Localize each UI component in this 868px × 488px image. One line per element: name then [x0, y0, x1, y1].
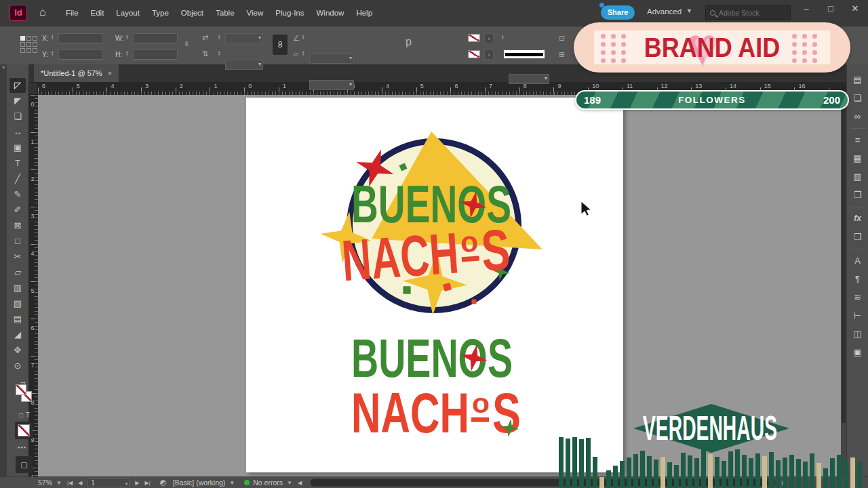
gap-tool[interactable]: ↔	[9, 125, 26, 140]
page-tool[interactable]: ❏	[9, 109, 26, 124]
stroke-weight-stepper[interactable]	[502, 34, 507, 39]
shear-stepper[interactable]	[302, 50, 308, 56]
menu-view[interactable]: View	[241, 9, 270, 17]
character-styles-panel-icon[interactable]: A	[849, 253, 867, 268]
pathfinder-panel-icon[interactable]: ◫	[849, 327, 867, 341]
stroke-weight-combo[interactable]	[509, 74, 549, 84]
gradient-feather-tool[interactable]: ▨	[9, 296, 26, 311]
workspace-switcher[interactable]: Advanced	[647, 7, 682, 16]
link-scale-toggle[interactable]: 8	[273, 35, 288, 55]
search-input[interactable]	[719, 9, 787, 17]
cc-libraries-panel-icon[interactable]: ▣	[849, 345, 867, 359]
scale-y-stepper[interactable]	[218, 50, 224, 56]
note-tool[interactable]: ▤	[9, 312, 26, 327]
rotation-stepper[interactable]	[302, 34, 308, 39]
next-page-button[interactable]: ▶	[135, 480, 139, 486]
type-tool[interactable]: T	[9, 156, 26, 171]
line-tool[interactable]: ╱	[9, 171, 26, 186]
expand-panel-icon[interactable]: »	[2, 64, 5, 70]
free-transform-tool[interactable]: ▱	[9, 265, 26, 280]
menu-window[interactable]: Window	[310, 9, 350, 17]
indesign-app-icon[interactable]: Id	[9, 5, 27, 21]
menu-layout[interactable]: Layout	[110, 9, 146, 17]
scale-x-stepper[interactable]	[218, 34, 224, 39]
selection-tool[interactable]: ◸	[9, 78, 26, 93]
last-page-button[interactable]: ▶|	[144, 480, 150, 486]
object-styles-panel-icon[interactable]: ❒	[849, 230, 867, 244]
menu-help[interactable]: Help	[350, 9, 378, 17]
document-tab[interactable]: *Untitled-1 @ 57% ×	[34, 64, 119, 82]
constrain-proportions-icon[interactable]: ∞	[183, 41, 191, 47]
corner-shape-icon[interactable]: ⊞	[559, 50, 565, 59]
stroke-color-swatch[interactable]	[468, 34, 480, 42]
zoom-chevron-icon[interactable]: ▼	[56, 480, 62, 486]
reference-point-grid[interactable]	[20, 36, 37, 53]
swatches-panel-icon[interactable]: ❐	[849, 188, 867, 202]
zoom-level[interactable]: 57%	[38, 479, 52, 487]
eyedropper-tool[interactable]: ◢	[9, 327, 26, 342]
y-input[interactable]	[58, 49, 103, 60]
hand-tool[interactable]: ✥	[9, 343, 26, 358]
screen-mode-button[interactable]: ▢	[16, 456, 33, 473]
gradient-panel-icon[interactable]: ▥	[849, 169, 867, 184]
x-input[interactable]	[58, 33, 103, 43]
previous-page-button[interactable]: ◀	[78, 480, 82, 486]
scale-y-combo[interactable]	[225, 60, 263, 70]
fill-swatch[interactable]	[16, 384, 26, 395]
flip-horizontal-icon[interactable]: ⇄	[202, 33, 208, 42]
h-stepper[interactable]	[126, 50, 132, 56]
select-container-icon[interactable]: p	[406, 36, 412, 48]
frame-tool[interactable]: ⊠	[9, 218, 26, 233]
first-page-button[interactable]: |◀	[67, 480, 73, 486]
h-input[interactable]	[133, 49, 178, 60]
close-button[interactable]: ✕	[844, 0, 867, 19]
page-number-combo[interactable]: 1	[87, 479, 130, 487]
y-stepper[interactable]	[52, 50, 57, 56]
pencil-tool[interactable]: ✐	[9, 203, 26, 218]
text-wrap-panel-icon[interactable]: ≋	[849, 290, 867, 304]
effects-panel-icon[interactable]: fx	[849, 211, 867, 226]
fill-flyout-button[interactable]: ›	[484, 49, 494, 60]
fill-color-swatch[interactable]	[468, 50, 480, 58]
color-panel-icon[interactable]: ▦	[849, 151, 867, 165]
x-stepper[interactable]	[52, 34, 57, 39]
scale-x-combo[interactable]	[225, 33, 263, 43]
scroll-left-arrow[interactable]: ◀	[298, 480, 302, 486]
gradient-tool[interactable]: ▥	[9, 281, 26, 296]
menu-file[interactable]: File	[60, 9, 85, 17]
home-icon[interactable]: ⌂	[39, 6, 46, 18]
apply-none-button[interactable]	[15, 422, 33, 439]
error-chevron-icon[interactable]: ▼	[287, 480, 292, 486]
shear-combo[interactable]	[309, 80, 354, 90]
pages-panel-icon[interactable]: ▤	[849, 73, 867, 87]
preflight-chevron-icon[interactable]: ▼	[229, 480, 235, 486]
w-stepper[interactable]	[126, 34, 132, 39]
direct-selection-tool[interactable]: ◤	[9, 94, 26, 108]
formatting-text-icon[interactable]: T	[26, 411, 30, 419]
preflight-profile[interactable]: [Basic] (working)	[173, 479, 226, 487]
vertical-ruler[interactable]: 01234567891 0	[28, 95, 38, 476]
scissors-tool[interactable]: ✂	[9, 249, 26, 264]
menu-type[interactable]: Type	[146, 9, 175, 17]
maximize-button[interactable]: □	[819, 0, 842, 19]
menu-object[interactable]: Object	[175, 9, 210, 17]
content-collector-tool[interactable]: ▣	[9, 140, 26, 155]
preflight-icon[interactable]	[160, 480, 166, 486]
ruler-origin-box[interactable]	[28, 82, 38, 95]
links-panel-icon[interactable]: ∞	[849, 109, 867, 123]
formatting-container-icon[interactable]: □	[19, 411, 23, 419]
view-options-icon[interactable]: ▪▪▪	[18, 444, 26, 451]
share-button[interactable]: Share	[601, 5, 635, 20]
vertical-scrollbar[interactable]	[841, 95, 846, 476]
rotation-combo[interactable]	[309, 54, 354, 64]
menu-plug-ins[interactable]: Plug-Ins	[269, 9, 310, 17]
layers-panel-icon[interactable]: ❏	[849, 91, 867, 105]
vertical-scroll-thumb[interactable]	[842, 98, 846, 423]
align-panel-icon[interactable]: ⊢	[849, 308, 867, 323]
corner-options-icon[interactable]: ⊡	[559, 34, 565, 43]
menu-table[interactable]: Table	[210, 9, 241, 17]
pen-tool[interactable]: ✎	[9, 187, 26, 202]
paragraph-styles-panel-icon[interactable]: ¶	[849, 272, 867, 286]
menu-edit[interactable]: Edit	[85, 9, 111, 17]
zoom-tool[interactable]: ⊙	[9, 359, 26, 373]
